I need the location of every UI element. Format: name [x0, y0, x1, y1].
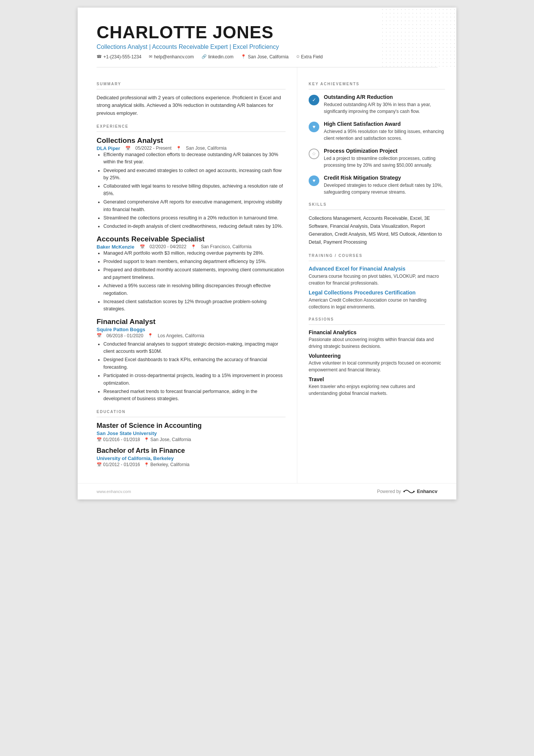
- bullet-item: Managed A/R portfolio worth $3 million, …: [103, 250, 286, 257]
- achievements-section: KEY ACHIEVEMENTS ✓ Outstanding A/R Reduc…: [309, 82, 445, 196]
- skills-section: SKILLS Collections Management, Accounts …: [309, 202, 445, 247]
- job-1-title: Collections Analyst: [97, 136, 286, 145]
- job-3-dates: 06/2018 - 01/2020: [106, 333, 143, 338]
- job-2: Accounts Receivable Specialist Baker McK…: [97, 235, 286, 313]
- training-2-desc: American Credit Collection Association c…: [309, 297, 445, 310]
- job-3-bullets: Conducted financial analyses to support …: [97, 341, 286, 403]
- passion-1-title: Financial Analytics: [309, 329, 445, 335]
- job-3-meta: 📅 06/2018 - 01/2020 📍 Los Angeles, Calif…: [97, 333, 286, 338]
- job-3-location: Los Angeles, California: [158, 333, 204, 338]
- bullet-item: Designed Excel dashboards to track KPIs,…: [103, 356, 286, 371]
- job-1-meta: DLA Piper 📅 05/2022 - Present 📍 San Jose…: [97, 146, 286, 151]
- powered-by-text: Powered by: [377, 489, 401, 494]
- achievement-2-content: High Client Satisfaction Award Achieved …: [324, 121, 445, 142]
- skills-text: Collections Management, Accounts Receiva…: [309, 214, 445, 247]
- location-icon: 📍: [241, 54, 246, 59]
- calendar-icon-1: 📅: [125, 146, 131, 151]
- email-address: help@enhancv.com: [154, 54, 194, 59]
- bullet-item: Researched market trends to forecast fin…: [103, 388, 286, 403]
- achievements-divider: [309, 89, 445, 89]
- training-2: Legal Collections Procedures Certificati…: [309, 290, 445, 310]
- heart-icon-2: ♥: [309, 175, 319, 186]
- passion-2-title: Volunteering: [309, 353, 445, 359]
- job-1-company: DLA Piper: [97, 146, 120, 151]
- job-2-company: Baker McKenzie: [97, 244, 134, 250]
- training-2-title: Legal Collections Procedures Certificati…: [309, 290, 445, 296]
- bullet-item: Collaborated with legal teams to resolve…: [103, 183, 286, 197]
- achievement-2-desc: Achieved a 95% resolution rate for billi…: [324, 128, 445, 142]
- training-section: TRAINING / COURSES Advanced Excel for Fi…: [309, 254, 445, 310]
- degree-1-school: San Jose State University: [97, 430, 286, 436]
- linkedin-icon: 🔗: [201, 54, 207, 59]
- passion-3-desc: Keen traveler who enjoys exploring new c…: [309, 383, 445, 397]
- location-text: San Jose, California: [248, 54, 288, 59]
- degree-2-school: University of California, Berkeley: [97, 455, 286, 461]
- education-section: EDUCATION Master of Science in Accountin…: [97, 410, 286, 467]
- email-contact: ✉ help@enhancv.com: [149, 54, 194, 59]
- job-2-meta: Baker McKenzie 📅 02/2020 - 04/2022 📍 San…: [97, 244, 286, 250]
- phone-contact: ☎ +1-(234)-555-1234: [97, 54, 141, 59]
- calendar-icon-2: 📅: [140, 244, 145, 249]
- achievement-1-content: Outstanding A/R Reduction Reduced outsta…: [324, 94, 445, 115]
- bullet-item: Conducted in-depth analysis of client cr…: [103, 223, 286, 230]
- bullet-item: Increased client satisfaction scores by …: [103, 298, 286, 313]
- degree-1-meta: 📅 01/2016 - 01/2018 📍 San Jose, Californ…: [97, 437, 286, 442]
- achievement-2: ♥ High Client Satisfaction Award Achieve…: [309, 121, 445, 142]
- job-2-location: San Francisco, California: [201, 244, 251, 249]
- candidate-title: Collections Analyst | Accounts Receivabl…: [97, 44, 437, 50]
- job-2-dates-location: 📅 02/2020 - 04/2022 📍 San Francisco, Cal…: [140, 244, 251, 249]
- achievement-4-title: Credit Risk Mitigation Strategy: [324, 175, 445, 181]
- passion-2-desc: Active volunteer in local community proj…: [309, 360, 445, 373]
- star-icon: ✩: [296, 54, 300, 59]
- pin-icon-2: 📍: [191, 244, 196, 249]
- pin-icon-edu1: 📍: [144, 437, 149, 442]
- footer: www.enhancv.com Powered by Enhancv: [78, 483, 456, 499]
- degree-1-title: Master of Science in Accounting: [97, 422, 286, 430]
- experience-divider: [97, 131, 286, 132]
- svg-point-1: [413, 491, 415, 492]
- passion-3: Travel Keen traveler who enjoys explorin…: [309, 376, 445, 397]
- training-1-desc: Coursera course focusing on pivot tables…: [309, 273, 445, 286]
- job-3-company: Squire Patton Boggs: [97, 327, 286, 332]
- svg-point-0: [403, 491, 405, 492]
- summary-section: SUMMARY Dedicated professional with 2 ye…: [97, 82, 286, 117]
- passions-divider: [309, 324, 445, 325]
- education-divider: [97, 417, 286, 417]
- left-column: SUMMARY Dedicated professional with 2 ye…: [78, 67, 297, 483]
- linkedin-url: linkedin.com: [208, 54, 234, 59]
- candidate-name: CHARLOTTE JONES: [97, 23, 437, 42]
- job-1-location: San Jose, California: [186, 146, 226, 151]
- bullet-item: Prepared and distributed monthly account…: [103, 266, 286, 281]
- achievement-4: ♥ Credit Risk Mitigation Strategy Develo…: [309, 175, 445, 196]
- passion-2: Volunteering Active volunteer in local c…: [309, 353, 445, 373]
- email-icon: ✉: [149, 54, 152, 59]
- bullet-item: Provided support to team members, enhanc…: [103, 258, 286, 265]
- achievement-4-desc: Developed strategies to reduce client de…: [324, 182, 445, 196]
- bullet-item: Developed and executed strategies to col…: [103, 167, 286, 182]
- achievement-4-content: Credit Risk Mitigation Strategy Develope…: [324, 175, 445, 196]
- brand-name: Enhancv: [417, 488, 437, 494]
- job-3-title: Financial Analyst: [97, 318, 286, 326]
- job-1-dates: 05/2022 - Present: [135, 146, 171, 151]
- pin-icon-edu2: 📍: [144, 462, 149, 467]
- phone-icon: ☎: [97, 54, 102, 59]
- bullet-item: Streamlined the collections process resu…: [103, 214, 286, 222]
- achievement-3-content: Process Optimization Project Led a proje…: [324, 148, 445, 169]
- summary-text: Dedicated professional with 2 years of c…: [97, 94, 286, 117]
- passion-1-desc: Passionate about uncovering insights wit…: [309, 336, 445, 350]
- heart-icon-1: ♥: [309, 122, 319, 132]
- header-section: CHARLOTTE JONES Collections Analyst | Ac…: [78, 8, 456, 67]
- job-2-title: Accounts Receivable Specialist: [97, 235, 286, 243]
- bullet-item: Efficiently managed collection efforts t…: [103, 151, 286, 166]
- achievement-1-title: Outstanding A/R Reduction: [324, 94, 445, 100]
- training-divider: [309, 261, 445, 261]
- star-outline-icon: ☆: [309, 149, 319, 159]
- footer-website: www.enhancv.com: [97, 489, 131, 494]
- skills-label: SKILLS: [309, 202, 445, 207]
- passions-section: PASSIONS Financial Analytics Passionate …: [309, 317, 445, 397]
- achievements-label: KEY ACHIEVEMENTS: [309, 82, 445, 86]
- bullet-item: Participated in cross-departmental proje…: [103, 372, 286, 387]
- linkedin-contact: 🔗 linkedin.com: [201, 54, 234, 59]
- degree-2: Bachelor of Arts in Finance University o…: [97, 447, 286, 467]
- bullet-item: Achieved a 95% success rate in resolving…: [103, 282, 286, 297]
